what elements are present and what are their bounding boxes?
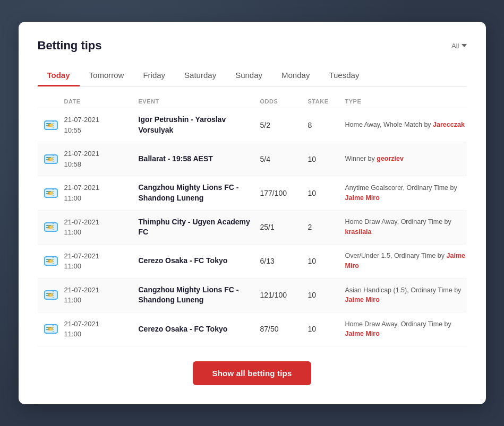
- tab-saturday[interactable]: Saturday: [175, 65, 226, 86]
- svg-text:🎫: 🎫: [47, 326, 54, 332]
- ticket-icon: 🎫: [38, 321, 64, 336]
- author-name: georziev: [377, 155, 404, 162]
- betting-tips-card: Betting tips All Today Tomorrow Friday S…: [19, 22, 486, 404]
- date-cell: 21-07-202110:58: [64, 149, 139, 169]
- author-name: Jaime Miro: [345, 296, 380, 303]
- filter-label: All: [451, 42, 459, 50]
- author-name: krasilala: [345, 228, 372, 236]
- svg-text:🎫: 🎫: [47, 258, 54, 264]
- table-row: 🎫 21-07-202111:00 Cangzhou Mighty Lions …: [38, 176, 467, 210]
- date-cell: 21-07-202110:55: [64, 115, 139, 135]
- stake-cell: 10: [308, 155, 345, 163]
- type-cell: Over/Under 1.5, Ordinary Time by Jaime M…: [345, 251, 467, 271]
- card-header: Betting tips All: [38, 39, 467, 53]
- ticket-icon: 🎫: [38, 288, 64, 302]
- tab-bar: Today Tomorrow Friday Saturday Sunday Mo…: [38, 65, 467, 86]
- ticket-icon: 🎫: [38, 152, 64, 167]
- table-body: 🎫 21-07-202110:55 Igor Petrushin - Yaros…: [38, 108, 467, 346]
- event-cell: Cerezo Osaka - FC Tokyo: [139, 324, 260, 335]
- svg-text:🎫: 🎫: [47, 292, 54, 298]
- author-name: Jaime Miro: [345, 194, 380, 202]
- svg-text:🎫: 🎫: [47, 190, 54, 196]
- odds-cell: 177/100: [260, 189, 308, 197]
- date-cell: 21-07-202111:00: [64, 217, 139, 238]
- table-row: 🎫 21-07-202111:00 Cerezo Osaka - FC Toky…: [38, 312, 467, 346]
- card-title: Betting tips: [38, 39, 102, 53]
- svg-text:🎫: 🎫: [47, 224, 54, 230]
- odds-cell: 5/4: [260, 155, 308, 163]
- date-cell: 21-07-202111:00: [64, 319, 139, 340]
- header-odds: ODDS: [260, 98, 308, 105]
- header-event: EVENT: [139, 98, 260, 105]
- table-header: DATE EVENT ODDS STAKE TYPE: [38, 95, 467, 108]
- table-row: 🎫 21-07-202111:00 Cerezo Osaka - FC Toky…: [38, 245, 467, 279]
- stake-cell: 10: [308, 325, 345, 333]
- type-cell: Home Draw Away, Ordinary Time by krasila…: [345, 217, 467, 237]
- odds-cell: 5/2: [260, 121, 308, 129]
- tab-tomorrow[interactable]: Tomorrow: [80, 65, 134, 86]
- tab-tuesday[interactable]: Tuesday: [319, 65, 369, 86]
- stake-cell: 8: [308, 121, 345, 129]
- event-cell: Ballarat - 19:58 AEST: [139, 154, 260, 164]
- odds-cell: 87/50: [260, 325, 308, 333]
- svg-text:🎫: 🎫: [47, 122, 54, 128]
- type-cell: Home Away, Whole Match by Jarecczak: [345, 120, 467, 130]
- stake-cell: 10: [308, 291, 345, 299]
- stake-cell: 10: [308, 189, 345, 197]
- stake-cell: 10: [308, 257, 345, 265]
- author-name: Jarecczak: [433, 121, 465, 128]
- author-name: Jaime Miro: [345, 252, 466, 269]
- table-row: 🎫 21-07-202111:00 Thimphu City - Ugyen A…: [38, 211, 467, 245]
- event-cell: Cangzhou Mighty Lions FC - Shandong Lune…: [139, 285, 260, 306]
- table-row: 🎫 21-07-202111:00 Cangzhou Mighty Lions …: [38, 279, 467, 312]
- type-cell: Anytime Goalscorer, Ordinary Time by Jai…: [345, 183, 467, 203]
- header-stake: STAKE: [308, 98, 345, 105]
- header-type: TYPE: [345, 98, 467, 105]
- event-cell: Cangzhou Mighty Lions FC - Shandong Lune…: [139, 182, 260, 203]
- show-all-button[interactable]: Show all betting tips: [193, 361, 311, 385]
- filter-dropdown[interactable]: All: [451, 42, 466, 50]
- event-cell: Cerezo Osaka - FC Tokyo: [139, 256, 260, 266]
- type-cell: Winner by georziev: [345, 154, 467, 164]
- stake-cell: 2: [308, 223, 345, 231]
- table-row: 🎫 21-07-202110:58 Ballarat - 19:58 AEST …: [38, 142, 467, 176]
- odds-cell: 25/1: [260, 223, 308, 231]
- ticket-icon: 🎫: [38, 254, 64, 268]
- svg-text:🎫: 🎫: [47, 156, 54, 162]
- tab-monday[interactable]: Monday: [272, 65, 319, 86]
- event-cell: Thimphu City - Ugyen Academy FC: [139, 217, 260, 238]
- chevron-down-icon: [462, 44, 467, 47]
- odds-cell: 6/13: [260, 257, 308, 265]
- ticket-icon: 🎫: [38, 220, 64, 234]
- header-date: DATE: [64, 98, 139, 105]
- event-cell: Igor Petrushin - Yaroslav Vorsulyak: [139, 115, 260, 135]
- date-cell: 21-07-202111:00: [64, 182, 139, 203]
- ticket-icon: 🎫: [38, 186, 64, 201]
- date-cell: 21-07-202111:00: [64, 251, 139, 272]
- odds-cell: 121/100: [260, 291, 308, 299]
- date-cell: 21-07-202111:00: [64, 285, 139, 306]
- tab-friday[interactable]: Friday: [133, 65, 175, 86]
- type-cell: Home Draw Away, Ordinary Time by Jaime M…: [345, 319, 467, 340]
- table-row: 🎫 21-07-202110:55 Igor Petrushin - Yaros…: [38, 108, 467, 142]
- tab-sunday[interactable]: Sunday: [226, 65, 272, 86]
- type-cell: Asian Handicap (1.5), Ordinary Time by J…: [345, 285, 467, 306]
- tab-today[interactable]: Today: [38, 65, 80, 86]
- ticket-icon: 🎫: [38, 118, 64, 133]
- author-name: Jaime Miro: [345, 330, 380, 337]
